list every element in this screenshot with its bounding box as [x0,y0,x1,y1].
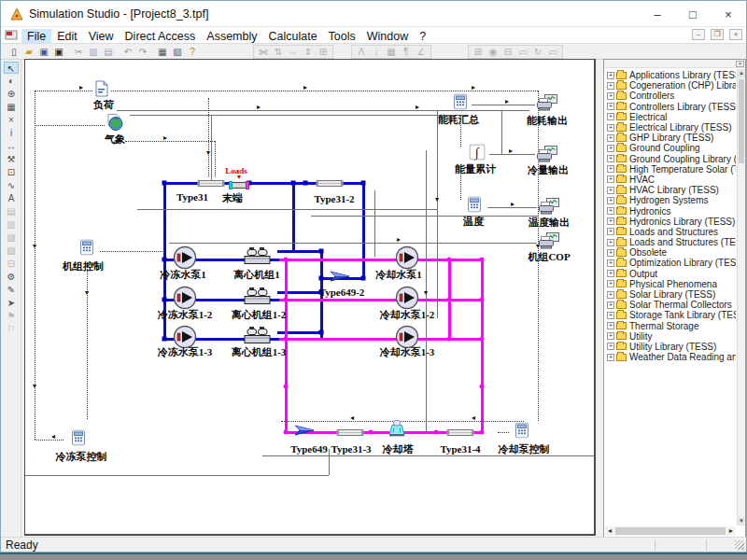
expand-icon[interactable]: + [607,82,614,90]
tree-item-hvac[interactable]: +HVAC [605,175,736,185]
menu-view[interactable]: View [83,29,120,44]
tree-item-hvac-library-tess[interactable]: +HVAC Library (TESS) [605,185,736,195]
print-preview-icon[interactable]: ▧ [170,46,185,59]
text-icon[interactable]: A [4,192,19,204]
diagram-canvas[interactable]: ▸▸▸▸▸▾▾◂▸▸▸▸◂◂▾▾▾▾▾▸▾负荷气象Type31末端LoadsTy… [25,60,594,534]
pin-icon[interactable]: ¶ [399,46,414,59]
menu-calculate[interactable]: Calculate [262,29,322,44]
flag1-icon[interactable]: ⚑ [4,310,19,322]
tree-item-hydronics-library-tess[interactable]: +Hydronics Library (TESS) [605,217,736,227]
tree-item-ghp-library-tess[interactable]: +GHP Library (TESS) [605,133,736,143]
tree-item-storage-tank-library-tess[interactable]: +Storage Tank Library (TESS) [605,310,736,320]
tree-item-solar-library-tess[interactable]: +Solar Library (TESS) [605,289,736,300]
node-energy-integrator[interactable]: ∫ [470,145,486,164]
align-horizontal-icon[interactable]: ⋈ [256,46,271,59]
node-type31-4[interactable] [446,424,474,441]
layer2-icon[interactable]: ▥ [4,218,19,231]
run-icon[interactable]: ➤ [4,297,19,309]
expand-icon[interactable]: + [607,124,614,132]
expand-icon[interactable]: + [607,322,614,329]
zoom-window-icon[interactable]: ▦ [4,101,19,113]
print-icon[interactable]: ▦ [155,46,170,59]
wrench-icon[interactable]: ⚒ [4,153,19,165]
node-type31-2[interactable] [316,175,344,191]
assembly-tree-icon[interactable]: Λ [354,46,369,59]
expand-icon[interactable]: + [607,207,614,215]
pan-hand-icon[interactable]: ◐ [4,75,19,87]
expand-icon[interactable]: + [607,270,614,277]
duplicate-icon[interactable]: ⊡ [4,166,19,178]
node-unit-control[interactable] [80,240,93,259]
menu-edit[interactable]: Edit [51,29,83,44]
node-cw-pump-control[interactable] [515,423,529,442]
scroll-down-icon[interactable]: ▼ [738,517,745,525]
tree-item-thermal-storage[interactable]: +Thermal Storage [605,321,736,331]
minimize-button[interactable]: – [640,1,675,27]
output-link[interactable] [137,209,437,210]
output-link[interactable] [472,105,535,105]
expand-icon[interactable]: + [607,354,614,361]
save-icon[interactable]: ▣ [36,46,51,59]
select-cursor-icon[interactable]: ↖ [4,62,19,74]
node-energy-summary[interactable] [454,94,467,114]
scroll-right-icon[interactable]: ► [726,526,736,536]
chilled-water-pipe[interactable] [292,183,295,251]
node-chw-pump-control[interactable] [72,430,85,450]
cut-icon[interactable]: ✂ [71,46,86,59]
expand-icon[interactable]: + [607,259,614,267]
resize-grip[interactable] [735,540,744,550]
node-type31[interactable] [197,175,225,191]
node-cooling-tower[interactable] [388,420,406,441]
expand-icon[interactable]: + [607,312,614,319]
tree-item-hydrogen-systems[interactable]: +Hydrogen Systems [605,195,736,205]
node-chiller1[interactable] [244,246,272,269]
pen-icon[interactable]: ✎ [4,284,19,296]
layer1-icon[interactable]: ▤ [4,205,19,217]
node-temperature[interactable] [468,197,481,217]
tree-item-loads-and-structures-tess[interactable]: +Loads and Structures (TESS) [605,237,736,247]
output-link[interactable] [169,243,537,244]
panel-icon[interactable]: ▭ [515,46,530,59]
tree-item-electrical-library-tess[interactable]: +Electrical Library (TESS) [605,122,736,133]
expand-icon[interactable]: + [607,145,614,152]
expand-icon[interactable]: + [607,343,614,350]
scroll-up-icon[interactable]: ▲ [738,69,745,77]
menu-tools[interactable]: Tools [323,29,361,44]
expand-icon[interactable]: + [607,197,614,204]
expand-icon[interactable]: + [607,239,614,246]
node-chiller1-2[interactable] [244,287,272,309]
output-link[interactable] [374,190,375,257]
angle-icon[interactable]: ∠ [414,46,429,59]
view-circle-icon[interactable]: ◉ [486,46,500,59]
node-type31-3[interactable] [336,424,364,441]
layer4-icon[interactable]: ▧ [4,245,19,257]
refresh-icon[interactable]: ↻ [530,46,545,59]
control-link[interactable] [100,251,162,252]
insert-down-icon[interactable]: ↓ [369,46,384,59]
control-link[interactable] [35,125,105,126]
copy-icon[interactable]: ▥ [86,46,101,59]
output-link[interactable] [117,110,529,111]
node-type649-2[interactable] [330,270,350,287]
menu--[interactable]: ? [414,29,431,44]
tree-item-output[interactable]: +Output [605,269,736,279]
output-link[interactable] [211,115,212,180]
new-icon[interactable]: ▯ [7,46,21,59]
scroll-left-icon[interactable]: ◄ [605,526,614,536]
control-link[interactable] [35,440,63,441]
node-type649[interactable] [294,424,315,441]
delete-icon[interactable]: × [4,114,19,126]
align-vertical-icon[interactable]: ⇅ [271,46,286,59]
tree-item-utility[interactable]: +Utility [605,331,736,342]
frame-icon[interactable]: ⊟ [4,258,19,270]
expand-icon[interactable]: + [607,72,614,79]
maximize-button[interactable]: □ [675,1,711,27]
expand-icon[interactable]: + [607,155,614,162]
distribute-vertical-icon[interactable]: ⇕ [301,46,316,59]
tree-item-ground-coupling-library-tess[interactable]: +Ground Coupling Library (TESS) [605,154,736,164]
tree-item-physical-phenomena[interactable]: +Physical Phenomena [605,279,736,289]
mdi-minimize-button[interactable]: – [692,29,705,40]
control-link[interactable] [498,432,509,433]
output-link[interactable] [501,111,502,154]
tree-item-controllers-library-tess[interactable]: +Controllers Library (TESS) [605,102,736,112]
